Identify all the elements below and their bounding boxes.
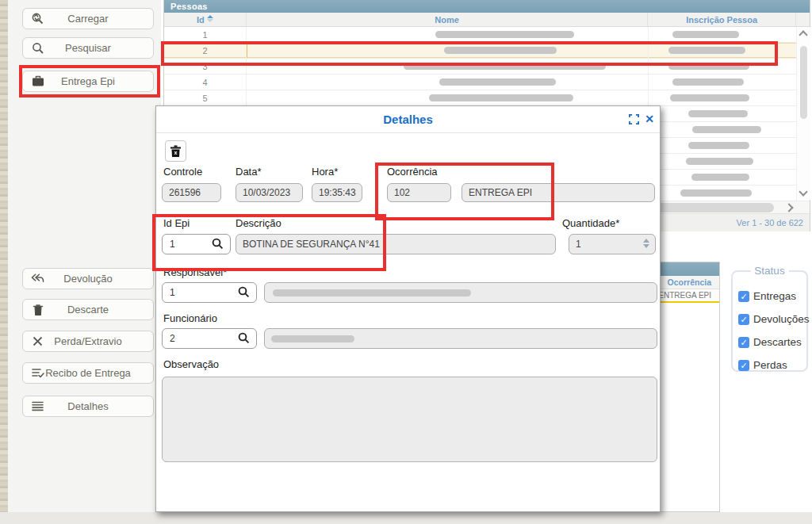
table-row[interactable]: 1 bbox=[164, 27, 810, 43]
checkbox-checked-icon[interactable]: ✓ bbox=[738, 360, 749, 371]
sidebar-item-perda-extravio[interactable]: Perda/Extravio bbox=[22, 331, 154, 352]
funcionario-name-field[interactable] bbox=[264, 328, 657, 349]
sidebar: Carregar Pesquisar Entrega Epi Devolução… bbox=[0, 0, 161, 512]
descricao-label: Descrição bbox=[236, 217, 282, 229]
briefcase-icon bbox=[31, 75, 44, 88]
responsavel-label: Responsável* bbox=[163, 266, 227, 278]
observacao-label: Observação bbox=[163, 358, 219, 370]
sidebar-item-entrega-epi[interactable]: Entrega Epi bbox=[22, 71, 154, 92]
redacted-inscricao bbox=[672, 78, 744, 86]
sidebar-button-label: Detalhes bbox=[67, 400, 108, 412]
checkbox-checked-icon[interactable]: ✓ bbox=[738, 314, 749, 325]
redacted-inscricao bbox=[670, 94, 749, 101]
pessoas-table-title: Pessoas bbox=[164, 0, 810, 13]
table-row[interactable]: 4 bbox=[164, 75, 810, 90]
redacted-inscricao bbox=[692, 126, 761, 133]
column-header-inscricao[interactable]: Inscrição Pessoa bbox=[648, 13, 796, 26]
x-icon bbox=[31, 335, 44, 348]
expand-icon[interactable] bbox=[629, 114, 639, 124]
status-checkbox-option[interactable]: ✓ Entregas bbox=[738, 285, 805, 308]
list-icon bbox=[31, 400, 44, 413]
search-icon[interactable] bbox=[238, 286, 250, 298]
sidebar-item-devolu-o[interactable]: Devolução bbox=[22, 268, 154, 289]
status-legend: Status bbox=[750, 265, 788, 277]
chevron-down-icon[interactable] bbox=[799, 187, 807, 196]
ocorrencia-code-field[interactable]: 102 bbox=[387, 183, 451, 202]
detalhes-modal: Detalhes ✕ x Controle Data* Hora* Ocorrê… bbox=[155, 105, 661, 512]
sidebar-item-descarte[interactable]: Descarte bbox=[22, 299, 154, 320]
cell-id: 2 bbox=[164, 43, 247, 58]
sidebar-button-label: Perda/Extravio bbox=[54, 335, 121, 347]
bottom-bar bbox=[0, 512, 812, 524]
list-check-icon bbox=[31, 366, 44, 380]
redacted-inscricao bbox=[688, 142, 749, 149]
modal-header: Detalhes ✕ bbox=[156, 106, 660, 133]
status-option-label: Entregas bbox=[753, 290, 796, 302]
redacted-name bbox=[404, 63, 606, 70]
epi-app: Carregar Pesquisar Entrega Epi Devolução… bbox=[0, 0, 812, 524]
trash-icon bbox=[31, 303, 44, 316]
table-row[interactable]: 5 bbox=[164, 90, 810, 106]
search-icon[interactable] bbox=[212, 238, 224, 250]
cell-id: 4 bbox=[164, 75, 247, 90]
checkbox-checked-icon[interactable]: ✓ bbox=[738, 291, 749, 302]
pessoas-table-header: Id Nome Inscrição Pessoa bbox=[164, 13, 810, 27]
column-header-nome[interactable]: Nome bbox=[247, 13, 648, 26]
status-option-label: Devoluções bbox=[753, 313, 810, 325]
hora-label: Hora* bbox=[312, 166, 338, 178]
delete-record-button[interactable]: x bbox=[165, 140, 186, 162]
sidebar-item-recibo-de-entrega[interactable]: Recibo de Entrega bbox=[22, 362, 154, 384]
quantidade-label: Quantidade* bbox=[562, 217, 619, 229]
redacted-inscricao bbox=[668, 63, 749, 70]
sidebar-item-detalhes[interactable]: Detalhes bbox=[22, 396, 154, 417]
quantidade-field[interactable]: 1 bbox=[569, 234, 656, 254]
status-checkbox-option[interactable]: ✓ Devoluções bbox=[738, 308, 805, 331]
chevron-right-icon[interactable] bbox=[784, 203, 793, 212]
sidebar-item-pesquisar[interactable]: Pesquisar bbox=[22, 37, 154, 59]
redacted-inscricao bbox=[691, 174, 749, 181]
search-icon[interactable] bbox=[238, 332, 250, 344]
sidebar-button-label: Recibo de Entrega bbox=[45, 367, 131, 379]
redacted-inscricao bbox=[680, 189, 752, 197]
checkbox-checked-icon[interactable]: ✓ bbox=[738, 337, 749, 348]
responsavel-id-field[interactable]: 1 bbox=[162, 282, 257, 303]
status-panel: Status ✓ Entregas ✓ Devoluções ✓ Descart… bbox=[731, 270, 808, 372]
controle-field[interactable]: 261596 bbox=[162, 183, 221, 202]
cell-id: 3 bbox=[164, 59, 247, 74]
funcionario-id-field[interactable]: 2 bbox=[162, 328, 257, 349]
table-row[interactable]: 3 bbox=[164, 59, 810, 75]
responsavel-name-field[interactable] bbox=[264, 282, 657, 303]
modal-title: Detalhes bbox=[156, 106, 660, 133]
status-option-label: Perdas bbox=[753, 359, 787, 371]
redacted-name bbox=[439, 78, 556, 86]
id-epi-field[interactable]: 1 bbox=[162, 234, 231, 254]
status-checkbox-option[interactable]: ✓ Descartes bbox=[738, 331, 805, 354]
return-arrows-icon bbox=[31, 272, 44, 285]
sidebar-texture bbox=[0, 0, 8, 524]
redacted-inscricao bbox=[668, 47, 745, 54]
status-checkbox-option[interactable]: ✓ Perdas bbox=[738, 354, 805, 377]
chevron-up-icon[interactable] bbox=[799, 30, 807, 39]
id-epi-label: Id Epi bbox=[163, 217, 190, 229]
spinner-icon[interactable] bbox=[643, 239, 649, 248]
redacted-inscricao bbox=[686, 158, 753, 165]
sort-icon[interactable] bbox=[207, 15, 213, 22]
sidebar-item-carregar[interactable]: Carregar bbox=[22, 8, 154, 29]
descricao-field[interactable]: BOTINA DE SEGURANÇA N°41 bbox=[236, 234, 556, 254]
observacao-textarea[interactable] bbox=[162, 377, 657, 462]
data-field[interactable]: 10/03/2023 bbox=[236, 183, 303, 202]
vscroll-thumb[interactable] bbox=[800, 46, 807, 119]
vertical-scrollbar[interactable] bbox=[797, 27, 810, 200]
redacted-name bbox=[444, 47, 557, 54]
close-icon[interactable]: ✕ bbox=[645, 113, 654, 125]
data-label: Data* bbox=[236, 166, 262, 178]
sidebar-button-label: Descarte bbox=[67, 304, 109, 316]
ocorrencia-desc-field[interactable]: ENTREGA EPI bbox=[462, 183, 655, 202]
sidebar-button-label: Entrega Epi bbox=[61, 75, 115, 87]
redacted-inscricao bbox=[672, 31, 739, 38]
table-row[interactable]: 2 bbox=[164, 43, 810, 59]
hora-field[interactable]: 19:35:43 bbox=[312, 183, 362, 202]
column-header-id[interactable]: Id bbox=[164, 13, 247, 26]
cell-id: 1 bbox=[164, 27, 247, 42]
status-option-label: Descartes bbox=[753, 336, 802, 348]
